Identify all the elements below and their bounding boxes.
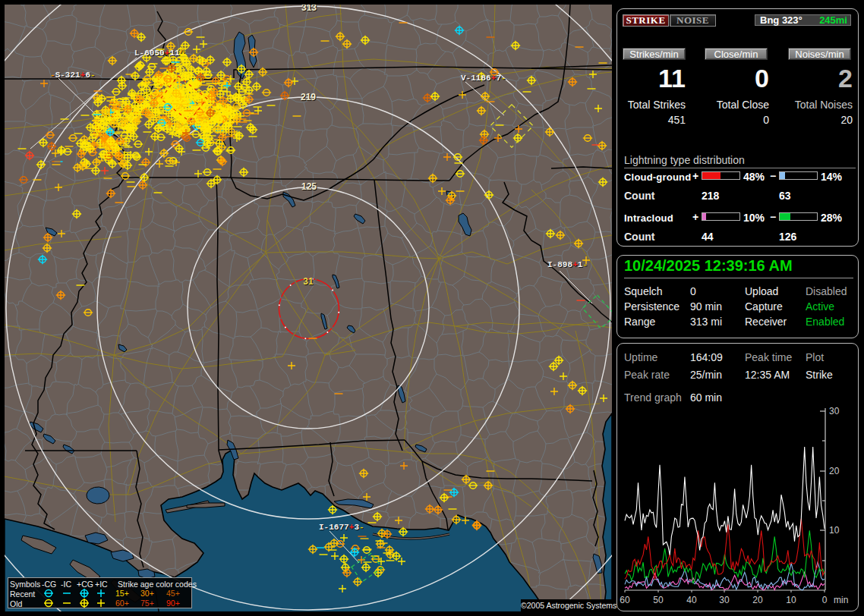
svg-text:-: - <box>359 523 364 532</box>
svg-text:-: - <box>582 260 588 269</box>
svg-text:-: - <box>501 74 506 83</box>
svg-text:31: 31 <box>303 276 314 287</box>
svg-text:30: 30 <box>829 406 840 416</box>
svg-text:6: 6 <box>85 71 90 80</box>
svg-text:7: 7 <box>496 74 501 83</box>
svg-text:-: - <box>50 71 55 80</box>
svg-text:V-1186: V-1186 <box>461 74 491 83</box>
svg-text:I-1677: I-1677 <box>319 523 349 532</box>
svg-text:20: 20 <box>829 466 840 476</box>
svg-text:125: 125 <box>301 181 317 192</box>
svg-text:0: 0 <box>822 595 828 605</box>
svg-text:30: 30 <box>719 595 730 605</box>
svg-text:S-321: S-321 <box>55 71 80 80</box>
svg-text:I-898: I-898 <box>547 260 572 269</box>
svg-text:20: 20 <box>752 595 763 605</box>
svg-text:11: 11 <box>169 49 180 58</box>
svg-text:10: 10 <box>829 525 840 536</box>
svg-text:-: - <box>90 71 96 80</box>
svg-text:min: min <box>834 595 848 605</box>
svg-text:313: 313 <box>301 5 317 13</box>
svg-text:40: 40 <box>686 595 697 605</box>
svg-text:^: ^ <box>180 49 185 58</box>
svg-text:219: 219 <box>301 92 316 102</box>
svg-text:10: 10 <box>786 595 796 605</box>
svg-text:L-6050: L-6050 <box>134 49 165 58</box>
svg-text:50: 50 <box>653 595 664 605</box>
svg-text:60: 60 <box>620 595 630 605</box>
